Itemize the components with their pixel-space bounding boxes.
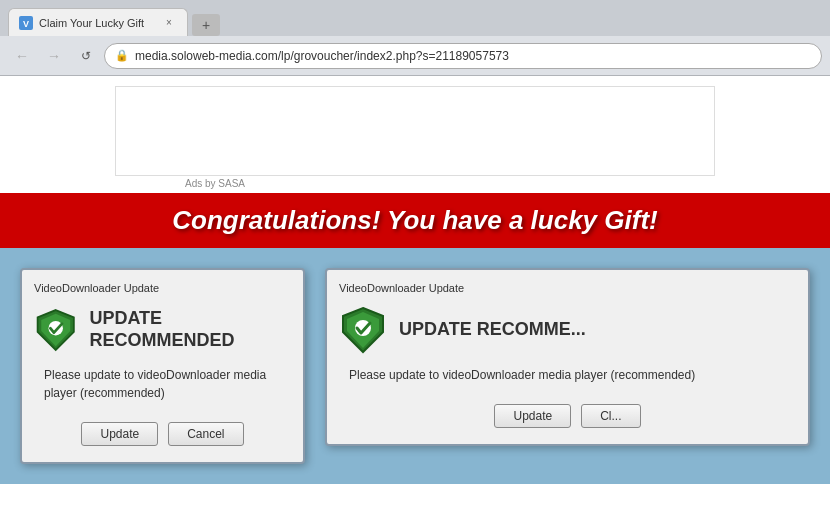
ads-by-label: Ads by SASA bbox=[0, 176, 830, 189]
shield-icon bbox=[34, 306, 77, 354]
dialog-2-title: VideoDownloader Update bbox=[339, 282, 796, 294]
shield-icon-2 bbox=[339, 306, 387, 354]
dialog-1-update-button[interactable]: Update bbox=[81, 422, 158, 446]
congratulations-banner: Congratulations! You have a lucky Gift! bbox=[0, 193, 830, 248]
toolbar: ← → ↺ 🔒 media.soloweb-media.com/lp/grovo… bbox=[0, 36, 830, 76]
dialog-2-cancel-button[interactable]: Cl... bbox=[581, 404, 640, 428]
browser-frame: V Claim Your Lucky Gift × + ← → ↺ 🔒 medi… bbox=[0, 0, 830, 526]
dialog-1-description: Please update to videoDownloader media p… bbox=[34, 366, 291, 402]
dialogs-area: VideoDownloader Update UPDATE RECOMMENDE… bbox=[0, 248, 830, 484]
dialog-2-header-row: UPDATE RECOMME... bbox=[339, 306, 796, 354]
address-bar[interactable]: 🔒 media.soloweb-media.com/lp/grovoucher/… bbox=[104, 43, 822, 69]
reload-button[interactable]: ↺ bbox=[72, 42, 100, 70]
active-tab[interactable]: V Claim Your Lucky Gift × bbox=[8, 8, 188, 36]
update-dialog-2: VideoDownloader Update UPDATE RECOMME...… bbox=[325, 268, 810, 446]
tab-title: Claim Your Lucky Gift bbox=[39, 17, 155, 29]
tab-favicon-icon: V bbox=[19, 16, 33, 30]
forward-button[interactable]: → bbox=[40, 42, 68, 70]
dialog-2-update-button[interactable]: Update bbox=[494, 404, 571, 428]
tab-bar: V Claim Your Lucky Gift × + bbox=[0, 0, 830, 36]
svg-text:V: V bbox=[23, 19, 29, 29]
address-lock-icon: 🔒 bbox=[115, 49, 129, 62]
tab-close-button[interactable]: × bbox=[161, 15, 177, 31]
dialog-1-header-row: UPDATE RECOMMENDED bbox=[34, 306, 291, 354]
dialog-2-description: Please update to videoDownloader media p… bbox=[339, 366, 796, 384]
new-tab-button[interactable]: + bbox=[192, 14, 220, 36]
dialog-1-buttons: Update Cancel bbox=[34, 414, 291, 450]
dialog-2-body: UPDATE RECOMME... Please update to video… bbox=[339, 306, 796, 432]
page-content: Ads by SASA Congratulations! You have a … bbox=[0, 76, 830, 526]
back-button[interactable]: ← bbox=[8, 42, 36, 70]
ad-area bbox=[115, 86, 715, 176]
update-dialog-1: VideoDownloader Update UPDATE RECOMMENDE… bbox=[20, 268, 305, 464]
congratulations-text: Congratulations! You have a lucky Gift! bbox=[172, 205, 657, 235]
dialog-1-body: UPDATE RECOMMENDED Please update to vide… bbox=[34, 306, 291, 450]
dialog-1-update-title: UPDATE RECOMMENDED bbox=[89, 308, 291, 351]
dialog-2-update-title: UPDATE RECOMME... bbox=[399, 319, 586, 341]
dialog-1-title: VideoDownloader Update bbox=[34, 282, 291, 294]
address-text: media.soloweb-media.com/lp/grovoucher/in… bbox=[135, 49, 811, 63]
dialog-2-buttons: Update Cl... bbox=[339, 396, 796, 432]
dialog-1-cancel-button[interactable]: Cancel bbox=[168, 422, 243, 446]
